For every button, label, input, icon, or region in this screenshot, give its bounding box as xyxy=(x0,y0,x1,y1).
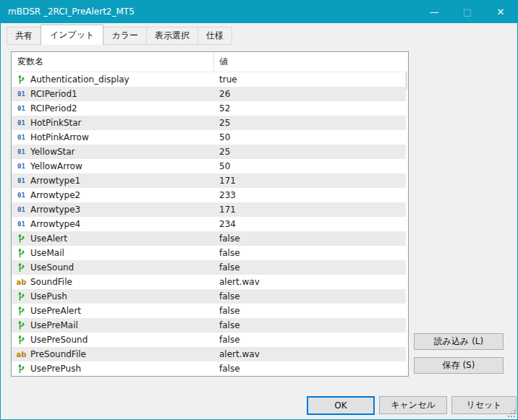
param-value[interactable]: false xyxy=(213,248,240,258)
table-row[interactable]: 01RCIPeriod252 xyxy=(12,101,406,116)
param-name-cell: abPreSoundFile xyxy=(12,349,213,359)
param-name-cell: 01Arrowtype3 xyxy=(12,205,213,215)
window-title: mBDSR _2RCI_PreAlert2_MT5 xyxy=(1,7,135,17)
param-value[interactable]: false xyxy=(213,291,240,301)
param-value[interactable]: alert.wav xyxy=(213,349,260,359)
param-name: RCIPeriod2 xyxy=(30,103,77,113)
branch-arrows-icon xyxy=(16,248,27,258)
branch-arrows-icon xyxy=(16,74,27,85)
param-value[interactable]: 25 xyxy=(213,147,230,157)
resize-grip[interactable] xyxy=(508,410,516,418)
param-value[interactable]: false xyxy=(213,233,240,244)
branch-arrows-icon xyxy=(16,335,27,345)
table-row[interactable]: UsePreSoundfalse xyxy=(12,333,406,347)
tab-specification[interactable]: 仕様 xyxy=(198,27,232,45)
param-value[interactable]: 171 xyxy=(213,176,236,186)
table-row[interactable]: 01Arrowtype2233 xyxy=(12,188,406,202)
table-row[interactable]: 01Arrowtype4234 xyxy=(12,217,406,231)
titlebar: mBDSR _2RCI_PreAlert2_MT5 — □ ✕ xyxy=(1,0,517,23)
close-button[interactable]: ✕ xyxy=(484,0,517,23)
table-row[interactable]: UsePrePushfalse xyxy=(12,361,406,376)
table-row[interactable]: UsePreAlertfalse xyxy=(12,304,406,318)
param-value[interactable]: false xyxy=(213,306,240,316)
table-row[interactable]: Authentication_displaytrue xyxy=(12,72,406,87)
param-name: YellowArrow xyxy=(30,161,82,171)
param-name: YellowStar xyxy=(30,147,75,157)
table-row[interactable]: 01Arrowtype1171 xyxy=(12,173,406,188)
branch-arrows-icon xyxy=(16,262,27,273)
branch-arrows-icon xyxy=(16,233,27,244)
integer-01-icon: 01 xyxy=(16,134,27,141)
param-name-cell: Authentication_display xyxy=(12,74,213,85)
branch-arrows-icon xyxy=(16,364,27,374)
reset-button[interactable]: リセット xyxy=(451,396,517,414)
tab-visualization[interactable]: 表示選択 xyxy=(146,27,198,45)
table-row[interactable]: UseSoundfalse xyxy=(12,260,406,275)
param-name: UsePush xyxy=(30,291,67,301)
tab-colors[interactable]: カラー xyxy=(103,27,147,45)
param-value[interactable]: 26 xyxy=(213,89,230,99)
save-button[interactable]: 保存 (S) xyxy=(414,357,504,374)
param-value[interactable]: 52 xyxy=(213,103,230,113)
ok-button[interactable]: OK xyxy=(307,396,375,415)
param-name: UsePreAlert xyxy=(30,306,81,316)
param-name-cell: 01RCIPeriod1 xyxy=(12,89,213,99)
indicator-properties-dialog: mBDSR _2RCI_PreAlert2_MT5 — □ ✕ 共有 インプット… xyxy=(0,0,518,420)
param-name: UseAlert xyxy=(30,233,67,244)
table-row[interactable]: 01HotPinkArrow50 xyxy=(12,130,406,145)
param-name: Arrowtype2 xyxy=(30,190,80,200)
param-name: UsePreMail xyxy=(30,320,78,330)
param-name-cell: UsePreAlert xyxy=(12,306,213,316)
param-value[interactable]: 50 xyxy=(213,161,230,171)
param-value[interactable]: false xyxy=(213,262,240,273)
cancel-button[interactable]: キャンセル xyxy=(379,396,447,414)
integer-01-icon: 01 xyxy=(16,177,27,184)
param-value[interactable]: 234 xyxy=(213,219,236,229)
table-row[interactable]: 01YellowArrow50 xyxy=(12,159,406,173)
param-value[interactable]: false xyxy=(213,364,240,374)
param-value[interactable]: alert.wav xyxy=(213,277,260,287)
param-name: UseMail xyxy=(30,248,64,258)
param-name: RCIPeriod1 xyxy=(30,89,77,99)
param-name-cell: UseMail xyxy=(12,248,213,258)
param-name: Arrowtype3 xyxy=(30,205,80,215)
load-button[interactable]: 読み込み (L) xyxy=(414,333,504,350)
table-scrollbar-thumb[interactable] xyxy=(405,72,407,90)
param-name-cell: 01Arrowtype4 xyxy=(12,219,213,229)
table-row[interactable]: UseMailfalse xyxy=(12,246,406,260)
string-ab-icon: ab xyxy=(16,278,27,286)
tab-inputs[interactable]: インプット xyxy=(41,25,103,45)
table-row[interactable]: 01RCIPeriod126 xyxy=(12,87,406,101)
table-row[interactable]: abSoundFilealert.wav xyxy=(12,275,406,289)
param-name-cell: UseSound xyxy=(12,262,213,273)
integer-01-icon: 01 xyxy=(16,206,27,213)
param-name: Arrowtype4 xyxy=(30,219,80,229)
table-row[interactable]: UsePushfalse xyxy=(12,289,406,304)
param-value[interactable]: 233 xyxy=(213,190,236,200)
table-row[interactable]: 01YellowStar25 xyxy=(12,145,406,159)
param-value[interactable]: 25 xyxy=(213,118,230,128)
param-name: HotPinkArrow xyxy=(30,132,89,142)
param-value[interactable]: false xyxy=(213,335,240,345)
column-header-name: 変数名 xyxy=(12,56,213,68)
param-value[interactable]: false xyxy=(213,320,240,330)
table-row[interactable]: UsePreMailfalse xyxy=(12,318,406,333)
table-row[interactable]: 01Arrowtype3171 xyxy=(12,202,406,217)
string-ab-icon: ab xyxy=(16,351,27,359)
branch-arrows-icon xyxy=(16,306,27,316)
param-name-cell: 01YellowStar xyxy=(12,147,213,157)
param-value[interactable]: 171 xyxy=(213,205,236,215)
integer-01-icon: 01 xyxy=(16,148,27,155)
param-name-cell: 01RCIPeriod2 xyxy=(12,103,213,113)
table-row[interactable]: UseAlertfalse xyxy=(12,231,406,246)
param-value[interactable]: true xyxy=(213,74,237,85)
table-row[interactable]: abPreSoundFilealert.wav xyxy=(12,347,406,361)
param-name-cell: 01YellowArrow xyxy=(12,161,213,171)
param-value[interactable]: 50 xyxy=(213,132,230,142)
tab-common[interactable]: 共有 xyxy=(7,27,41,45)
maximize-button[interactable]: □ xyxy=(451,0,484,23)
table-row[interactable]: 01HotPinkStar25 xyxy=(12,116,406,130)
param-name-cell: abSoundFile xyxy=(12,277,213,287)
integer-01-icon: 01 xyxy=(16,163,27,170)
minimize-button[interactable]: — xyxy=(417,0,451,23)
